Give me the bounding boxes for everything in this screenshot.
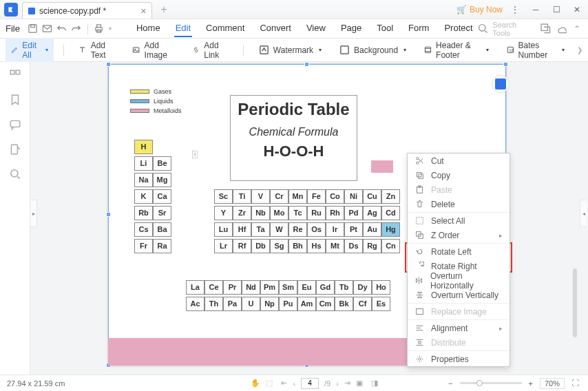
tab-form[interactable]: Form bbox=[407, 20, 430, 37]
file-menu[interactable]: File bbox=[6, 23, 20, 34]
ctx-alignment[interactable]: Alignment▸ bbox=[408, 321, 510, 335]
prev-page-icon[interactable]: ‹ bbox=[293, 379, 295, 388]
tab-page[interactable]: Page bbox=[339, 20, 363, 37]
left-collapse-handle[interactable]: ▸ bbox=[30, 200, 37, 227]
vertical-scrollbar[interactable] bbox=[573, 268, 577, 337]
resize-handle[interactable] bbox=[106, 62, 111, 67]
attachments-icon[interactable] bbox=[9, 143, 21, 156]
watermark-button[interactable]: Watermark▾ bbox=[253, 42, 327, 58]
svg-rect-9 bbox=[134, 47, 139, 52]
resize-handle[interactable] bbox=[106, 212, 111, 217]
print-icon[interactable] bbox=[94, 23, 105, 35]
add-link-button[interactable]: Add Link bbox=[187, 38, 233, 63]
element-cell: Pa bbox=[223, 297, 242, 311]
fit-width-icon[interactable]: ◨ bbox=[371, 379, 381, 388]
element-cell: Ag bbox=[363, 206, 381, 220]
tab-home[interactable]: Home bbox=[135, 20, 162, 37]
word-badge-icon[interactable] bbox=[492, 75, 510, 93]
tab-convert[interactable]: Convert bbox=[258, 20, 293, 37]
tab-view[interactable]: View bbox=[305, 20, 327, 37]
zoom-slider[interactable] bbox=[460, 382, 522, 384]
comments-icon[interactable] bbox=[9, 118, 21, 131]
close-window-button[interactable]: ✕ bbox=[569, 1, 585, 18]
ctx-z-order[interactable]: Z Order▸ bbox=[408, 228, 510, 242]
new-tab-button[interactable]: + bbox=[156, 3, 171, 16]
share-icon[interactable] bbox=[540, 23, 552, 35]
fullscreen-icon[interactable]: ⛶ bbox=[571, 379, 581, 388]
thumbnails-icon[interactable] bbox=[9, 69, 21, 81]
element-cell: Co bbox=[326, 189, 344, 204]
element-cell: Ir bbox=[326, 222, 344, 237]
svg-rect-29 bbox=[416, 218, 423, 224]
element-cell: Sm bbox=[279, 280, 297, 295]
element-cell: Gd bbox=[316, 280, 335, 295]
tab-tool[interactable]: Tool bbox=[375, 20, 395, 37]
ctx-copy[interactable]: Copy bbox=[408, 168, 510, 182]
element-cell: Ho bbox=[372, 280, 390, 295]
element-cell: Mn bbox=[288, 189, 307, 204]
add-text-button[interactable]: Add Text bbox=[73, 38, 120, 63]
undo-icon[interactable] bbox=[56, 23, 67, 35]
ctx-overturn-v[interactable]: Overturn Vertically bbox=[408, 288, 510, 302]
fit-page-icon[interactable]: ▣ bbox=[356, 379, 366, 388]
next-page-icon[interactable]: › bbox=[336, 379, 339, 388]
ctx-select-all[interactable]: Select All bbox=[408, 213, 510, 228]
background-button[interactable]: Background▾ bbox=[334, 42, 412, 58]
minimize-button[interactable]: ─ bbox=[527, 1, 544, 18]
align-icon bbox=[414, 324, 424, 333]
tab-protect[interactable]: Protect bbox=[443, 20, 474, 37]
header-footer-button[interactable]: Header & Footer▾ bbox=[419, 38, 494, 63]
expand-icon[interactable]: ⌃ bbox=[571, 23, 582, 35]
page-total: /9 bbox=[324, 379, 330, 388]
buy-now-button[interactable]: 🛒 Buy Now bbox=[456, 5, 503, 14]
cloud-icon[interactable] bbox=[556, 23, 567, 35]
element-cell: Nb bbox=[251, 206, 270, 220]
resize-handle[interactable] bbox=[304, 62, 309, 67]
add-image-button[interactable]: Add Image bbox=[127, 38, 180, 63]
print-menu-caret[interactable]: ▾ bbox=[107, 23, 113, 35]
ctx-properties[interactable]: Properties bbox=[408, 352, 510, 366]
mail-icon[interactable] bbox=[41, 23, 53, 35]
scissors-icon bbox=[414, 156, 424, 166]
select-tool-icon[interactable]: ⬚ bbox=[266, 379, 275, 388]
tab-close-icon[interactable]: × bbox=[140, 6, 146, 17]
element-cell: Ca bbox=[153, 189, 171, 204]
element-cell: Li bbox=[134, 156, 153, 171]
ctx-delete[interactable]: Delete bbox=[408, 197, 510, 211]
tab-edit[interactable]: Edit bbox=[174, 20, 192, 37]
ctx-rotate-left[interactable]: Rotate Left bbox=[408, 244, 510, 259]
hand-tool-icon[interactable]: ✋ bbox=[251, 379, 260, 388]
document-canvas[interactable]: ▸ Gases Liquids Metalloids Periodic Tabl… bbox=[30, 62, 578, 374]
document-tab[interactable]: science-copy.pdf * × bbox=[22, 2, 152, 19]
redo-icon[interactable] bbox=[70, 23, 82, 35]
element-cell: Os bbox=[307, 222, 326, 237]
zoom-in-icon[interactable]: + bbox=[529, 379, 533, 388]
element-cell: Fr bbox=[134, 239, 153, 253]
element-cell: Mg bbox=[153, 173, 171, 187]
left-sidebar bbox=[0, 62, 30, 374]
bates-number-button[interactable]: 12Bates Number▾ bbox=[501, 38, 570, 63]
svg-rect-25 bbox=[417, 172, 421, 177]
last-page-icon[interactable]: ⇥ bbox=[344, 379, 350, 388]
search-panel-icon[interactable] bbox=[9, 168, 21, 180]
element-cell: Ta bbox=[251, 222, 270, 237]
app-icon bbox=[4, 3, 18, 17]
right-collapse-handle[interactable]: ◂ bbox=[580, 200, 587, 227]
distribute-icon bbox=[414, 338, 424, 348]
first-page-icon[interactable]: ⇤ bbox=[281, 379, 287, 388]
element-cell: Cd bbox=[381, 206, 400, 220]
toolbar-overflow-icon[interactable]: ❯ bbox=[577, 46, 582, 54]
svg-rect-12 bbox=[341, 46, 348, 54]
bookmarks-icon[interactable] bbox=[9, 94, 21, 106]
ctx-overturn-h[interactable]: Overturn Horizontally bbox=[408, 273, 510, 288]
save-icon[interactable] bbox=[27, 23, 39, 35]
resize-handle[interactable] bbox=[503, 62, 508, 67]
ctx-cut[interactable]: Cut bbox=[408, 154, 510, 168]
maximize-button[interactable]: ☐ bbox=[548, 1, 565, 18]
page-number-input[interactable] bbox=[301, 378, 319, 389]
options-icon[interactable]: ⋮ bbox=[507, 1, 523, 18]
search-tools-input[interactable]: Search Tools bbox=[492, 21, 533, 37]
zoom-out-icon[interactable]: − bbox=[448, 379, 452, 388]
edit-all-button[interactable]: Edit All▾ bbox=[6, 38, 54, 63]
tab-comment[interactable]: Comment bbox=[204, 20, 246, 37]
